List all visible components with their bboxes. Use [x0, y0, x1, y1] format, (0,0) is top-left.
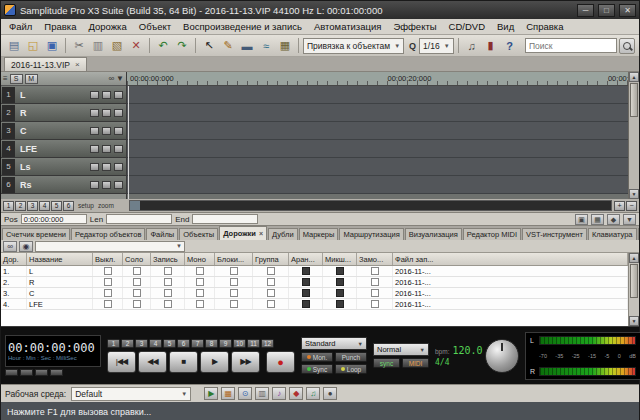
monitoring-icon[interactable]: ▮ — [482, 37, 500, 55]
sync-toggle[interactable]: Sync — [301, 364, 333, 374]
menu-playback-record[interactable]: Воспроизведение и запись — [177, 20, 308, 33]
time-format-button[interactable] — [35, 369, 48, 376]
col-record[interactable]: Запись — [151, 253, 185, 265]
marker-1-button[interactable]: 1 — [107, 339, 120, 348]
project-overview-bar[interactable] — [129, 200, 612, 211]
track-mute-button[interactable] — [102, 145, 111, 153]
tab-tracks[interactable]: Дорожки × — [219, 226, 267, 240]
group-checkbox[interactable] — [253, 288, 289, 298]
object-mode-icon[interactable]: ▦ — [276, 37, 294, 55]
track-menu-icon[interactable]: ≡ — [3, 74, 8, 83]
rewind-button[interactable]: ◀◀ — [138, 351, 167, 373]
menu-track[interactable]: Дорожка — [82, 20, 132, 33]
freeze-checkbox[interactable] — [357, 266, 393, 276]
col-mixer[interactable]: Микш... — [323, 253, 357, 265]
mono-checkbox[interactable] — [185, 299, 215, 309]
marker-11-button[interactable]: 11 — [247, 339, 260, 348]
menu-cddvd[interactable]: CD/DVD — [443, 20, 491, 33]
col-mono[interactable]: Моно — [185, 253, 215, 265]
scroll-down-icon[interactable]: ▼ — [629, 316, 639, 326]
track-solo-button[interactable] — [90, 163, 99, 171]
arranger-checkbox[interactable] — [289, 299, 323, 309]
col-lock[interactable]: Блоки... — [215, 253, 253, 265]
record-checkbox[interactable] — [151, 299, 185, 309]
menu-automation[interactable]: Автоматизация — [308, 20, 388, 33]
zoom-preset-2[interactable]: 2 — [15, 201, 26, 211]
tab-files[interactable]: Файлы — [146, 228, 178, 240]
mute-checkbox[interactable] — [93, 277, 123, 287]
track-solo-button[interactable] — [90, 127, 99, 135]
scroll-up-icon[interactable]: ▲ — [629, 253, 639, 263]
end-field[interactable] — [192, 214, 258, 224]
record-checkbox[interactable] — [151, 266, 185, 276]
track-lane[interactable] — [127, 86, 628, 104]
lock-checkbox[interactable] — [215, 288, 253, 298]
track-solo-button[interactable] — [90, 145, 99, 153]
track-header[interactable]: 3 C — [1, 122, 126, 140]
col-mute[interactable]: Выкл. — [93, 253, 123, 265]
track-record-button[interactable] — [114, 181, 123, 189]
play-button[interactable]: ▶ — [200, 351, 229, 373]
marker-icon[interactable]: ◆ — [289, 387, 303, 400]
col-track[interactable]: Дор. — [1, 253, 27, 265]
transport-icon[interactable]: ▶ — [204, 387, 218, 400]
track-lanes[interactable] — [127, 86, 628, 199]
track-mute-button[interactable] — [102, 127, 111, 135]
marker-7-button[interactable]: 7 — [191, 339, 204, 348]
marker-12-button[interactable]: 12 — [261, 339, 274, 348]
marker-9-button[interactable]: 9 — [219, 339, 232, 348]
record-checkbox[interactable] — [151, 277, 185, 287]
workspace-select[interactable]: Default ▼ — [71, 387, 191, 401]
master-mute-button[interactable]: M — [25, 74, 38, 84]
col-name[interactable]: Название — [27, 253, 93, 265]
skip-start-button[interactable]: |◀◀ — [107, 351, 136, 373]
col-freeze[interactable]: Замо... — [357, 253, 393, 265]
col-arranger[interactable]: Аран... — [289, 253, 323, 265]
track-solo-button[interactable] — [90, 181, 99, 189]
marker-icon[interactable]: ◆ — [607, 214, 620, 225]
crossfade-icon[interactable]: ≈ — [257, 37, 275, 55]
track-lane[interactable] — [127, 158, 628, 176]
close-button[interactable]: ✕ — [619, 4, 636, 17]
tab-close-icon[interactable]: × — [259, 230, 263, 237]
tab-information[interactable]: Информация — [638, 228, 640, 240]
sync-small-toggle[interactable]: sync — [373, 358, 400, 368]
track-mute-button[interactable] — [102, 163, 111, 171]
mixer-checkbox[interactable] — [323, 266, 357, 276]
scroll-down-icon[interactable]: ▼ — [629, 189, 639, 199]
tab-takes[interactable]: Дубли — [268, 228, 298, 240]
group-checkbox[interactable] — [253, 266, 289, 276]
grid-icon[interactable]: ▦ — [591, 214, 604, 225]
stop-button[interactable]: ■ — [169, 351, 198, 373]
track-lane[interactable] — [127, 104, 628, 122]
midi-small-toggle[interactable]: MIDI — [402, 358, 429, 368]
zoom-preset-4[interactable]: 4 — [39, 201, 50, 211]
table-scrollbar[interactable]: ▲ ▼ — [628, 253, 639, 326]
tab-visualization[interactable]: Визуализация — [405, 228, 462, 240]
arranger-checkbox[interactable] — [289, 266, 323, 276]
copy-icon[interactable]: ▥ — [89, 37, 107, 55]
table-row[interactable]: 2. R 2016-11-... — [1, 277, 628, 288]
menu-edit[interactable]: Правка — [38, 20, 82, 33]
zoom-in-icon[interactable]: + — [614, 201, 625, 211]
scroll-up-icon[interactable]: ▲ — [629, 72, 639, 82]
track-record-button[interactable] — [114, 91, 123, 99]
track-solo-button[interactable] — [90, 109, 99, 117]
link-icon[interactable]: ∞ — [108, 74, 114, 83]
tab-project[interactable]: 2016-11-13.VIP × — [4, 57, 87, 71]
table-scroll-thumb[interactable] — [630, 264, 638, 298]
audio-settings-icon[interactable]: ● — [323, 387, 337, 400]
mixer-checkbox[interactable] — [323, 299, 357, 309]
record-checkbox[interactable] — [151, 288, 185, 298]
mouse-mode-icon[interactable]: ↖ — [200, 37, 218, 55]
track-mute-button[interactable] — [102, 109, 111, 117]
tab-close-icon[interactable]: × — [75, 60, 80, 69]
len-field[interactable] — [106, 214, 172, 224]
zoom-out-icon[interactable]: − — [626, 201, 637, 211]
zoom-preset-5[interactable]: 5 — [51, 201, 62, 211]
paste-icon[interactable]: ▧ — [108, 37, 126, 55]
tab-objects[interactable]: Объекты — [179, 228, 218, 240]
options-icon[interactable]: ▼ — [623, 214, 636, 225]
mixer-checkbox[interactable] — [323, 277, 357, 287]
delete-icon[interactable]: ✕ — [127, 37, 145, 55]
